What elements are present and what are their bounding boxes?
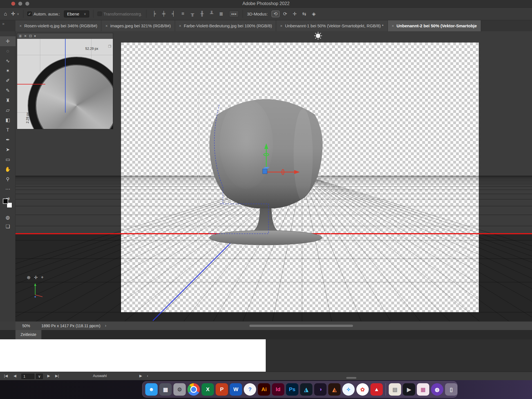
eraser-tool[interactable]: ▱	[0, 105, 15, 115]
move-tool[interactable]: ✛	[0, 36, 15, 46]
align-right-edges-icon[interactable]: ╡	[169, 11, 177, 17]
timeline-last-frame-button[interactable]: ▶|	[55, 374, 59, 378]
align-bottom-edges-icon[interactable]: ╨	[208, 11, 216, 17]
quick-mask-button[interactable]: ◍	[0, 213, 15, 222]
checkbox-checked-icon[interactable]: ✓	[27, 12, 32, 16]
dock-minimized-document[interactable]: ▤	[389, 383, 401, 396]
dock-photos[interactable]: ✿	[356, 383, 369, 396]
quick-selection-tool[interactable]: ✶	[0, 66, 15, 76]
zoom-level[interactable]: 50%	[22, 324, 30, 328]
shape-tool[interactable]: ▭	[0, 155, 15, 164]
secondary-3d-orbit-icon[interactable]: ⌖	[41, 275, 44, 280]
timeline-next-frame-button[interactable]: ▶	[47, 374, 50, 378]
horizontal-scrollbar-thumb[interactable]	[249, 325, 353, 327]
collapse-panels-icon[interactable]: »	[2, 21, 5, 26]
page-icon[interactable]: ❐	[108, 44, 111, 48]
3d-light-widget[interactable]	[314, 32, 322, 40]
dock-app-purple[interactable]: ◍	[431, 383, 443, 396]
3d-slide-icon[interactable]: ⇆	[300, 11, 308, 17]
timeline-frame-dropdown[interactable]: ∨	[36, 374, 43, 379]
dock-acrobat[interactable]: ▲	[370, 383, 383, 396]
distribute-vertical-icon[interactable]: ≣	[217, 11, 225, 17]
foreground-color-swatch[interactable]	[3, 199, 8, 204]
red-guide-line[interactable]	[17, 84, 45, 84]
tab-close-icon[interactable]: ×	[179, 24, 181, 28]
secondary-view-swap-icon[interactable]: ⊡	[29, 34, 32, 38]
dock-help[interactable]: ?	[244, 383, 256, 396]
secondary-view-content[interactable]: 52.29 px 2.28 px ❐ ⋰	[17, 39, 113, 129]
home-button[interactable]: ⌂	[4, 11, 7, 17]
secondary-3d-globe-icon[interactable]: ⊕	[27, 275, 30, 280]
tab-close-icon[interactable]: ×	[105, 24, 108, 28]
timeline-scrollbar-thumb[interactable]	[346, 377, 356, 379]
dock-settings[interactable]: ⚙	[173, 383, 186, 396]
dock-affinity-designer[interactable]: ◮	[300, 383, 312, 396]
distribute-horizontal-icon[interactable]: ≡	[179, 11, 187, 17]
dock-trash[interactable]: ▯	[445, 383, 457, 396]
path-selection-tool[interactable]: ➤	[0, 145, 15, 155]
tab-close-icon[interactable]: ×	[280, 24, 282, 28]
goblet-base[interactable]	[209, 230, 322, 245]
timeline-first-frame-button[interactable]: |◀	[4, 374, 8, 378]
align-horizontal-centers-icon[interactable]: ╪	[160, 11, 168, 17]
marquee-tool[interactable]: ◌	[0, 46, 15, 56]
more-tools[interactable]: ⋯	[0, 184, 15, 194]
dock-excel[interactable]: X	[202, 383, 214, 396]
dock-affinity-publisher[interactable]: ◭	[328, 383, 341, 396]
zoom-tool[interactable]: ⚲	[0, 174, 15, 184]
align-top-edges-icon[interactable]: ╥	[189, 11, 196, 17]
3d-scale-icon[interactable]: ◈	[310, 11, 318, 17]
more-options-button[interactable]: •••	[229, 11, 239, 17]
dock-chrome[interactable]	[187, 383, 200, 396]
dock-minimized-image[interactable]: ▦	[417, 383, 429, 396]
document-tab-1[interactable]: ×Rosen-violett-q.jpg bei 346% (RGB/8#)	[15, 20, 101, 31]
pen-tool[interactable]: ✒	[0, 135, 15, 145]
dock-word[interactable]: W	[230, 383, 242, 396]
transform-controls-checkbox[interactable]: Transformationsstrg.	[97, 12, 142, 16]
canvas-area[interactable]: ≣✕⊡▾ 52.29 px 2.28 px ❐ ⋰ ⊕✛⌖	[15, 31, 532, 321]
3d-orbit-icon[interactable]: ⟲	[272, 11, 280, 17]
secondary-view-window[interactable]: ≣✕⊡▾ 52.29 px 2.28 px ❐ ⋰	[17, 33, 113, 129]
secondary-view-close-icon[interactable]: ✕	[24, 34, 27, 38]
dock-launchpad[interactable]: ▦	[159, 383, 172, 396]
timeline-collapse-icon[interactable]: ‹	[147, 374, 148, 378]
type-tool[interactable]: T	[0, 125, 15, 135]
dock-illustrator[interactable]: Ai	[258, 383, 270, 396]
dock-affinity-photo[interactable]: ◑	[314, 383, 327, 396]
timeline-prev-frame-button[interactable]: ◀	[14, 374, 16, 378]
checkbox-unchecked-icon[interactable]	[97, 12, 102, 16]
brush-tool[interactable]: ✎	[0, 86, 15, 95]
align-vertical-centers-icon[interactable]: ╫	[198, 11, 206, 17]
secondary-3d-pan-icon[interactable]: ✛	[34, 275, 37, 280]
3d-pan-icon[interactable]: ✛	[291, 11, 299, 17]
timeline-play-button[interactable]: ▶	[139, 374, 142, 378]
status-chevron-icon[interactable]: ›	[105, 323, 106, 328]
tool-preset-button[interactable]: ✛ ∨	[11, 11, 19, 17]
dock-minimized-video[interactable]: ▶	[403, 383, 415, 396]
3d-roll-icon[interactable]: ⟳	[281, 11, 289, 17]
secondary-view-chevron-icon[interactable]: ▾	[34, 34, 36, 38]
secondary-view-header[interactable]: ≣✕⊡▾	[17, 33, 113, 39]
tab-zeitleiste[interactable]: Zeitleiste	[15, 330, 41, 339]
origin-cube[interactable]	[263, 169, 267, 174]
dock-indesign[interactable]: Id	[272, 383, 284, 396]
eyedropper-tool[interactable]: ✐	[0, 76, 15, 86]
screen-mode-button[interactable]: ❏	[0, 222, 15, 231]
tab-close-icon[interactable]: ×	[392, 24, 394, 28]
blue-guide-line[interactable]	[65, 39, 66, 113]
document-tab-4[interactable]: ×Unbenannt-1 bei 50% (Vektor-Smartobjekt…	[276, 20, 388, 31]
secondary-3d-controls[interactable]: ⊕✛⌖	[27, 275, 69, 306]
dock-safari[interactable]: ✧	[342, 383, 355, 396]
dock-powerpoint[interactable]: P	[216, 383, 228, 396]
timeline-frame-field[interactable]: 1	[21, 374, 34, 379]
resize-grip-icon[interactable]: ⋰	[109, 124, 112, 128]
auto-select-checkbox[interactable]: ✓ Autom. ausw.:	[27, 12, 60, 16]
hand-tool[interactable]: ✋	[0, 164, 15, 174]
document-tab-5[interactable]: ×Unbenannt-2 bei 50% (Vektor-Smartobje	[388, 20, 481, 31]
document-tab-3[interactable]: ×Farbe-Violett-Bedeutung.jpg bei 100% (R…	[175, 20, 276, 31]
align-left-edges-icon[interactable]: ╞	[150, 11, 158, 17]
lasso-tool[interactable]: ∿	[0, 56, 15, 66]
goblet-stem[interactable]	[254, 206, 278, 231]
document-tab-2[interactable]: ×images.jpeg bei 321% (RGB/8#)	[101, 20, 175, 31]
dock-photoshop[interactable]: Ps	[286, 383, 298, 396]
